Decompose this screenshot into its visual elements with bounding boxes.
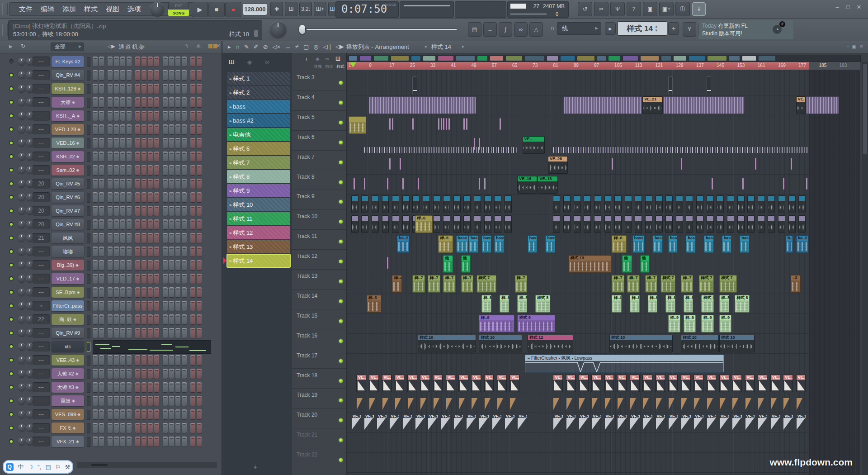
channel-enable-led[interactable] (9, 73, 14, 77)
step-cell[interactable] (135, 274, 140, 284)
step-cell[interactable] (148, 437, 153, 446)
channel-pan-knob[interactable] (18, 99, 25, 106)
playlist-clip[interactable]: VE..16 (517, 176, 537, 194)
track-mute-led[interactable] (339, 101, 343, 104)
step-cell[interactable] (120, 369, 125, 379)
playlist-clip[interactable]: VE..99 (497, 375, 507, 392)
step-cell[interactable] (148, 138, 153, 148)
maximize-button[interactable]: □ (843, 4, 854, 10)
playlist-clip[interactable] (768, 215, 775, 233)
playlist-clip[interactable]: ⌁ FilterCrusher - 飒飒 - Lowpass (525, 355, 724, 372)
playlist-clip[interactable] (676, 215, 683, 233)
step-cell[interactable] (135, 314, 140, 324)
playlist-clip[interactable] (574, 195, 581, 213)
channel-select-strip[interactable] (87, 220, 90, 230)
step-cell[interactable] (142, 57, 146, 66)
step-cell[interactable] (108, 260, 113, 270)
playlist-clip[interactable]: VE..99 (591, 375, 601, 392)
playlist-clip[interactable] (594, 215, 601, 233)
playlist-clip[interactable]: 样..8 (648, 295, 658, 313)
playlist-clip[interactable]: VF..1 (591, 414, 601, 432)
step-cell[interactable] (142, 328, 146, 338)
playlist-clip[interactable] (676, 195, 683, 213)
playlist-clip[interactable]: 样..4 (392, 275, 402, 293)
playlist-clip[interactable]: bass (456, 235, 468, 253)
step-cell[interactable] (135, 111, 140, 121)
step-cell[interactable] (182, 382, 187, 392)
play-button[interactable]: ▶ (192, 2, 208, 17)
playlist-clip[interactable] (717, 195, 724, 213)
step-cell[interactable] (142, 287, 146, 297)
step-cell[interactable] (175, 219, 180, 229)
channel-target-display[interactable]: --- (33, 84, 50, 94)
step-cell[interactable] (93, 138, 98, 148)
step-cell[interactable] (135, 301, 140, 311)
playlist-clip[interactable]: VE..99 (509, 375, 519, 392)
track-header[interactable]: Track 22 (292, 448, 346, 468)
channel-enable-led[interactable] (9, 236, 14, 240)
playlist-clip[interactable] (389, 118, 391, 130)
step-cell[interactable] (169, 97, 174, 107)
track-lane[interactable]: VF..1VF..1VF..1VF..1VF..1VF..1VF..1VF..1… (347, 413, 860, 433)
playlist-clip[interactable]: 他 (640, 255, 650, 273)
master-pitch-slider[interactable] (298, 28, 457, 30)
playlist-clip[interactable]: bass (632, 235, 645, 253)
step-cell[interactable] (114, 138, 119, 148)
step-cell[interactable] (148, 396, 153, 406)
step-cell[interactable] (197, 437, 202, 446)
playlist-clip[interactable] (494, 215, 501, 233)
step-cell[interactable] (163, 84, 168, 94)
playlist-clip[interactable]: VE..99 (656, 375, 665, 392)
step-cell[interactable] (142, 97, 146, 107)
playlist-tool-10[interactable]: ◁❘ (323, 43, 333, 50)
channel-pan-knob[interactable] (18, 289, 25, 296)
step-cell[interactable] (120, 152, 125, 162)
cut-icon[interactable]: ✂ (594, 2, 609, 16)
pattern-item[interactable]: ≡样式 13 (227, 240, 290, 253)
channel-enable-led[interactable] (9, 331, 14, 335)
playlist-clip[interactable] (364, 147, 517, 153)
step-cell[interactable] (99, 437, 104, 446)
step-cell[interactable] (163, 179, 168, 189)
step-cell[interactable] (190, 179, 195, 189)
step-cell[interactable] (108, 382, 113, 392)
channel-select-strip[interactable] (87, 342, 90, 352)
playlist-clip[interactable] (420, 394, 427, 412)
step-cell[interactable] (142, 219, 146, 229)
channel-target-display[interactable]: --- (33, 437, 50, 446)
channel-target-display[interactable]: --- (33, 342, 50, 352)
step-cell[interactable] (99, 165, 104, 175)
playlist-clip[interactable] (668, 394, 675, 412)
step-cell[interactable] (169, 437, 174, 446)
pattern-item[interactable]: ≡样式 1 (227, 72, 290, 85)
playlist-clip[interactable]: VE..21 (796, 96, 806, 114)
window-grip[interactable] (2, 3, 8, 15)
playlist-clip[interactable] (696, 195, 703, 213)
playlist-clip[interactable]: VF..1 (719, 414, 729, 432)
playlist-clip[interactable]: VE..99 (719, 375, 729, 392)
step-cell[interactable] (169, 138, 174, 148)
track-header[interactable]: Track 21 (292, 428, 346, 448)
channel-target-display[interactable]: --- (33, 369, 50, 379)
step-cell[interactable] (163, 382, 168, 392)
step-cell[interactable] (120, 70, 125, 80)
step-cell[interactable] (148, 70, 153, 80)
step-cell[interactable] (108, 301, 113, 311)
step-cell[interactable] (190, 274, 195, 284)
playlist-clip[interactable]: 样..7 (627, 275, 639, 293)
step-cell[interactable] (135, 57, 140, 66)
step-cell[interactable] (142, 437, 146, 446)
channel-target-display[interactable]: 20 (33, 192, 50, 202)
playlist-clip[interactable]: bass (704, 235, 714, 253)
pattern-item[interactable]: ≡样式 14 (227, 254, 290, 267)
step-cell[interactable] (163, 219, 168, 229)
step-cell[interactable] (120, 301, 125, 311)
step-cell[interactable] (127, 409, 132, 419)
channel-pan-knob[interactable] (18, 302, 25, 309)
step-cell[interactable] (169, 57, 174, 66)
track-lane[interactable] (347, 76, 860, 95)
playlist-clip[interactable] (635, 215, 642, 233)
step-cell[interactable] (108, 152, 113, 162)
playlist-clip[interactable]: b..2 (786, 235, 793, 253)
step-cell[interactable] (190, 396, 195, 406)
